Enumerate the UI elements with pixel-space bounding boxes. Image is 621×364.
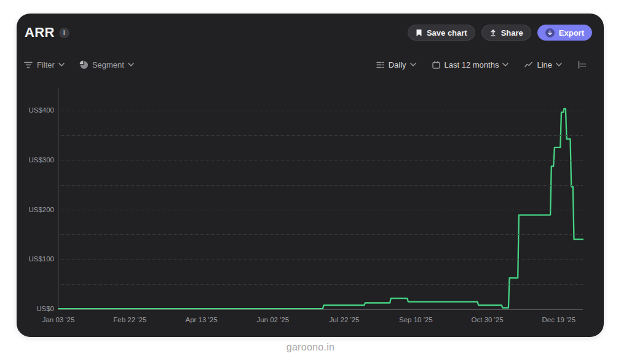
chart-type-dropdown[interactable]: Line [524, 60, 562, 69]
gridline [58, 259, 583, 260]
segment-label: Segment [92, 60, 124, 69]
bookmark-icon [416, 29, 422, 37]
gridline [58, 160, 583, 160]
card-header: ARR i Save chart Share [17, 22, 604, 43]
chevron-down-icon [410, 63, 416, 66]
export-button[interactable]: Export [537, 25, 592, 41]
save-chart-button[interactable]: Save chart [408, 25, 475, 41]
share-up-icon [489, 29, 497, 37]
toolbar-right: Daily Last 12 months Line [360, 60, 587, 69]
chart-type-label: Line [537, 60, 552, 69]
arr-line [58, 109, 583, 309]
x-tick-label: Dec 19 '25 [542, 316, 576, 323]
chevron-down-icon [556, 63, 562, 66]
watermark: garoono.in [0, 342, 621, 353]
x-tick-label: Jan 03 '25 [42, 316, 75, 323]
gridline [58, 284, 583, 285]
reference-lines-icon[interactable] [578, 61, 587, 69]
gridline [58, 210, 583, 210]
chevron-down-icon [502, 63, 508, 66]
calendar-icon [432, 61, 440, 69]
y-tick-label: US$0 [36, 305, 54, 312]
segment-dropdown[interactable]: Segment [79, 60, 134, 69]
filter-icon [24, 61, 33, 68]
share-label: Share [501, 28, 523, 38]
chart-toolbar: Filter Segment Daily [17, 57, 604, 73]
y-tick-label: US$300 [28, 156, 54, 164]
share-button[interactable]: Share [481, 25, 531, 41]
filter-label: Filter [37, 60, 55, 69]
gridline [58, 111, 583, 111]
x-tick-label: Sep 10 '25 [399, 316, 433, 323]
date-range-dropdown[interactable]: Last 12 months [432, 60, 509, 69]
page: ARR i Save chart Share [0, 0, 621, 364]
x-tick-label: Jun 02 '25 [256, 316, 289, 323]
line-chart [58, 88, 583, 309]
x-tick-label: Jul 22 '25 [330, 316, 360, 323]
filter-dropdown[interactable]: Filter [24, 60, 65, 69]
granularity-dropdown[interactable]: Daily [376, 60, 416, 69]
arr-chart-card: ARR i Save chart Share [17, 14, 604, 337]
info-icon[interactable]: i [59, 28, 69, 38]
toolbar-left: Filter Segment [24, 60, 149, 69]
gridline [58, 185, 583, 186]
export-label: Export [559, 28, 584, 38]
date-range-label: Last 12 months [445, 60, 499, 69]
x-tick-label: Oct 30 '25 [472, 316, 504, 323]
x-tick-label: Apr 13 '25 [185, 316, 217, 323]
chevron-down-icon [128, 63, 134, 66]
line-chart-icon [524, 61, 532, 68]
y-tick-label: US$200 [28, 206, 54, 213]
save-chart-label: Save chart [427, 28, 467, 38]
gridline [58, 135, 583, 136]
y-axis-labels: US$0US$100US$200US$300US$400 [17, 88, 54, 309]
y-tick-label: US$100 [28, 255, 54, 263]
x-tick-label: Feb 22 '25 [113, 316, 146, 323]
plot-area[interactable] [58, 88, 583, 309]
y-tick-label: US$400 [28, 106, 54, 114]
chevron-down-icon [58, 63, 65, 66]
page-title: ARR [25, 25, 55, 41]
download-circle-icon [545, 28, 555, 38]
pie-icon [79, 60, 88, 69]
x-axis-labels: Jan 03 '25Feb 22 '25Apr 13 '25Jun 02 '25… [58, 316, 583, 327]
granularity-label: Daily [389, 60, 406, 69]
gridline [58, 234, 583, 235]
baseline-gridline [58, 309, 583, 310]
rows-icon [376, 61, 384, 68]
